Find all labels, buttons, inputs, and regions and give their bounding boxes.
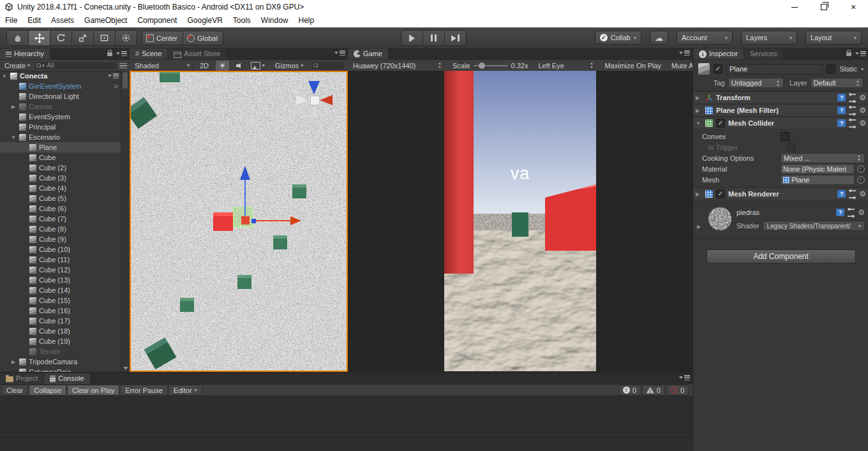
- warning-count-toggle[interactable]: ! 0: [642, 385, 665, 396]
- shader-dropdown[interactable]: Legacy Shaders/Transparent/ ▾: [763, 221, 865, 231]
- gear-icon[interactable]: ⚙: [859, 94, 866, 101]
- hierarchy-item-tripodecamara[interactable]: ▶TripodeCamara: [0, 357, 121, 367]
- hierarchy-item-cube[interactable]: Cube: [0, 152, 121, 163]
- move-gizmo-y-arrow-icon[interactable]: [240, 166, 250, 180]
- hierarchy-item-cube-12[interactable]: Cube (12): [0, 265, 121, 275]
- menu-item-googlevr[interactable]: GoogleVR: [182, 14, 227, 27]
- tab-console[interactable]: Console: [44, 373, 89, 384]
- clear-button[interactable]: Clear: [1, 385, 28, 396]
- static-dropdown-icon[interactable]: ▾: [861, 66, 864, 72]
- hierarchy-item-cube-18[interactable]: Cube (18): [0, 326, 121, 336]
- gameobject-name-field[interactable]: [726, 64, 823, 75]
- hierarchy-scrollbar[interactable]: [121, 71, 130, 372]
- scale-tool-button[interactable]: [72, 31, 94, 45]
- move-gizmo-x-axis[interactable]: [252, 220, 290, 221]
- hierarchy-item-columnaroja[interactable]: ColumnaRoja: [0, 367, 121, 372]
- object-picker-icon[interactable]: [857, 176, 865, 184]
- is-trigger-checkbox[interactable]: [787, 143, 796, 152]
- preset-icon[interactable]: [848, 209, 855, 217]
- close-button[interactable]: ×: [839, 0, 868, 14]
- move-gizmo-x-arrow-icon[interactable]: [290, 216, 301, 225]
- scene-search[interactable]: [310, 61, 345, 70]
- 2d-toggle-button[interactable]: 2D: [197, 61, 212, 71]
- transform-tool-button[interactable]: [116, 31, 137, 45]
- hierarchy-item-cube-7[interactable]: Cube (7): [0, 214, 121, 224]
- hierarchy-item-terrain[interactable]: Terrain: [0, 346, 121, 357]
- menu-item-assets[interactable]: Assets: [46, 14, 79, 27]
- panel-menu-icon[interactable]: [679, 50, 690, 55]
- help-icon[interactable]: ?: [837, 190, 846, 198]
- scene-lighting-toggle[interactable]: ☀: [216, 61, 229, 71]
- view-gizmo-axis-icon[interactable]: [310, 106, 318, 118]
- search-input[interactable]: [46, 61, 115, 70]
- rect-tool-button[interactable]: [94, 31, 116, 45]
- hierarchy-item-cube-11[interactable]: Cube (11): [0, 255, 121, 265]
- tab-game[interactable]: Game: [348, 48, 388, 59]
- play-button[interactable]: [401, 31, 423, 45]
- hierarchy-item-cube-15[interactable]: Cube (15): [0, 295, 121, 306]
- mesh-collider-enabled-checkbox[interactable]: ✓: [716, 119, 725, 128]
- restore-button[interactable]: [809, 0, 839, 14]
- menu-item-tools[interactable]: Tools: [228, 14, 256, 27]
- editor-button[interactable]: Editor▾: [168, 385, 202, 396]
- hierarchy-sort-icon[interactable]: [119, 63, 127, 68]
- preset-icon[interactable]: [849, 107, 856, 115]
- clear-on-play-button[interactable]: Clear on Play: [67, 385, 119, 396]
- mesh-object-field[interactable]: Plane: [781, 175, 855, 185]
- create-dropdown[interactable]: Create ▾: [3, 62, 32, 70]
- hierarchy-item-cube-8[interactable]: Cube (8): [0, 224, 121, 234]
- view-gizmo-x-axis-icon[interactable]: [320, 95, 333, 105]
- preset-icon[interactable]: [849, 94, 856, 102]
- help-icon[interactable]: ?: [837, 119, 846, 127]
- expander-icon[interactable]: ▶: [696, 191, 702, 197]
- menu-item-component[interactable]: Component: [132, 14, 182, 27]
- help-icon[interactable]: ?: [836, 209, 844, 216]
- menu-item-window[interactable]: Window: [256, 14, 294, 27]
- menu-item-edit[interactable]: Edit: [22, 14, 46, 27]
- slider-knob[interactable]: [479, 63, 485, 69]
- hierarchy-item-directional-light[interactable]: Directional Light: [0, 91, 121, 101]
- tab-asset-store[interactable]: Asset Store: [168, 48, 226, 59]
- hierarchy-item-escenario[interactable]: ▼Escenario: [0, 132, 121, 142]
- collab-dropdown[interactable]: ✓ Collab ▾: [595, 31, 641, 45]
- cooking-options-dropdown[interactable]: Mixed ...: [781, 153, 865, 163]
- gear-icon[interactable]: ⚙: [858, 209, 865, 216]
- prefab-arrow-icon[interactable]: >: [114, 82, 118, 90]
- hierarchy-item-eventsystem[interactable]: EventSystem: [0, 112, 121, 122]
- expander-icon[interactable]: ▶: [10, 104, 17, 110]
- resolution-dropdown[interactable]: Huawey (720x1440): [348, 60, 447, 71]
- eye-dropdown[interactable]: Left Eye: [533, 60, 599, 71]
- view-gizmo-center[interactable]: [310, 96, 320, 105]
- info-count-toggle[interactable]: ! 0: [618, 385, 641, 396]
- expander-icon[interactable]: ▶: [696, 108, 702, 114]
- menu-item-help[interactable]: Help: [294, 14, 320, 27]
- panel-menu-icon[interactable]: [334, 50, 345, 55]
- tab-scene[interactable]: # Scene: [130, 48, 167, 59]
- hierarchy-item-cube-5[interactable]: Cube (5): [0, 193, 121, 203]
- hierarchy-item-cube-6[interactable]: Cube (6): [0, 203, 121, 214]
- scrollbar-thumb[interactable]: [123, 72, 128, 89]
- expander-icon[interactable]: ▼: [1, 73, 8, 79]
- shading-mode-dropdown[interactable]: Shaded ▾: [132, 61, 193, 71]
- hierarchy-item-gvreventsystem[interactable]: GvrEventSystem>: [0, 81, 121, 91]
- expander-icon[interactable]: ▶: [10, 359, 17, 365]
- hierarchy-item-cube-2[interactable]: Cube (2): [0, 163, 121, 173]
- material-sphere-preview[interactable]: [708, 207, 731, 230]
- hierarchy-item-cube-14[interactable]: Cube (14): [0, 285, 121, 295]
- maximize-on-play-toggle[interactable]: Maximize On Play: [599, 60, 666, 71]
- add-component-button[interactable]: Add Component: [707, 249, 856, 263]
- tab-project[interactable]: Project: [0, 373, 43, 384]
- scene-effects-dropdown[interactable]: ▾: [248, 61, 268, 71]
- game-render-viewport[interactable]: va: [444, 71, 596, 371]
- console-log-area[interactable]: [0, 396, 692, 438]
- move-gizmo-z-handle[interactable]: [251, 219, 256, 223]
- view-gizmo-axis-icon[interactable]: [296, 96, 308, 105]
- menu-item-gameobject[interactable]: GameObject: [79, 14, 132, 27]
- layer-dropdown[interactable]: Default: [811, 78, 864, 88]
- error-count-toggle[interactable]: ! 0: [666, 385, 689, 396]
- help-icon[interactable]: ?: [837, 94, 846, 101]
- panel-menu-icon[interactable]: [679, 375, 690, 380]
- view-gizmo-z-axis-icon[interactable]: [308, 81, 320, 94]
- scene-search-input[interactable]: [319, 61, 342, 70]
- lock-icon[interactable]: [846, 52, 851, 56]
